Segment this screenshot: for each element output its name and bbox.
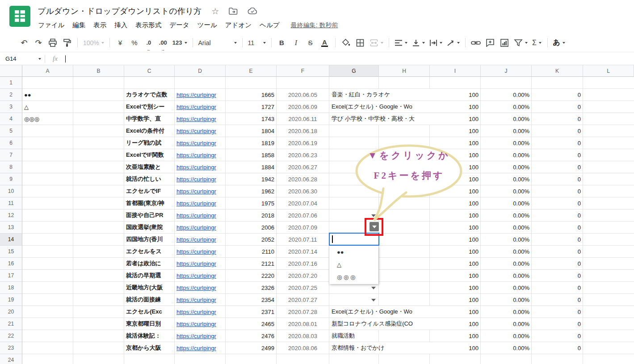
strikethrough-icon[interactable]: S — [306, 37, 315, 49]
menu-addons[interactable]: アドオン — [221, 20, 256, 31]
cell-col-e[interactable]: 2110 — [226, 246, 277, 258]
cell-col-a[interactable] — [22, 330, 73, 342]
cell-col-l[interactable] — [583, 222, 634, 234]
cell-dropdown-arrow-icon[interactable] — [371, 287, 376, 292]
cell-col-j[interactable]: 0.00% — [481, 125, 532, 137]
document-title[interactable]: プルダウン・ドロップダウンリストの作り方 — [38, 6, 202, 17]
cell-col-f[interactable]: 2020.08.01 — [277, 318, 329, 330]
text-color-icon[interactable]: A — [321, 39, 328, 47]
paint-format-icon[interactable] — [62, 37, 72, 49]
cell-col-k[interactable]: 0 — [532, 125, 583, 137]
cell-col-l[interactable] — [583, 209, 634, 222]
cell-col-f[interactable] — [277, 77, 329, 89]
cell-col-e[interactable]: 1819 — [226, 137, 277, 149]
menu-help[interactable]: ヘルプ — [256, 20, 284, 31]
menu-view[interactable]: 表示 — [89, 20, 110, 31]
row-header[interactable]: 4 — [0, 113, 22, 125]
row-header[interactable]: 9 — [0, 173, 22, 185]
cell-col-c[interactable]: エクセルでIF — [124, 185, 175, 197]
cell-col-c[interactable]: Excelで別シー — [124, 101, 175, 113]
cell-col-e[interactable]: 2220 — [226, 270, 277, 282]
cell-col-f[interactable]: 2020.07.06 — [277, 209, 329, 222]
cell-col-d-link[interactable]: https://curlpingr — [175, 89, 226, 101]
cell-col-a[interactable] — [22, 258, 73, 270]
row-header[interactable]: 1 — [0, 77, 22, 89]
dropdown-option-2[interactable]: △ — [329, 258, 378, 271]
cell-col-i[interactable]: 100 — [430, 306, 481, 318]
cell-col-b[interactable] — [73, 234, 124, 246]
cell-col-i[interactable] — [430, 77, 481, 89]
cell-col-c[interactable] — [124, 354, 175, 364]
cell-col-j[interactable] — [481, 354, 532, 364]
sheets-logo-icon[interactable] — [9, 6, 30, 27]
cell-col-l[interactable] — [583, 185, 634, 197]
fill-color-icon[interactable] — [341, 37, 351, 49]
row-header[interactable]: 21 — [0, 318, 22, 330]
cell-col-j[interactable]: 0.00% — [481, 209, 532, 222]
column-header-E[interactable]: E — [226, 65, 277, 77]
cell-col-b[interactable] — [73, 282, 124, 294]
cell-col-k[interactable]: 0 — [532, 270, 583, 282]
cell-col-j[interactable]: 0.00% — [481, 222, 532, 234]
row-header[interactable]: 6 — [0, 137, 22, 149]
cell-col-e[interactable]: 2326 — [226, 282, 277, 294]
cell-col-j[interactable]: 0.00% — [481, 113, 532, 125]
cell-dropdown-arrow-icon[interactable] — [371, 299, 376, 304]
cell-col-c[interactable]: 四国地方(香川 — [124, 234, 175, 246]
filter-icon[interactable] — [514, 37, 528, 49]
cell-col-k[interactable]: 0 — [532, 246, 583, 258]
menu-data[interactable]: データ — [165, 20, 193, 31]
row-header[interactable]: 11 — [0, 197, 22, 209]
cell-col-l[interactable] — [583, 161, 634, 173]
row-header[interactable]: 24 — [0, 354, 22, 364]
cell-col-d-link[interactable] — [175, 77, 226, 89]
cell-col-a[interactable] — [22, 306, 73, 318]
cell-col-a[interactable] — [22, 149, 73, 161]
dropdown-option-3[interactable]: ◎ ◎ ◎ — [329, 271, 378, 283]
cell-col-j[interactable]: 0.00% — [481, 234, 532, 246]
cloud-saved-icon[interactable] — [248, 8, 257, 15]
cell-col-e[interactable]: 2018 — [226, 209, 277, 222]
cell-col-k[interactable]: 0 — [532, 294, 583, 306]
cell-col-f[interactable]: 2020.07.04 — [277, 197, 329, 209]
cell-col-k[interactable]: 0 — [532, 306, 583, 318]
cell-col-f[interactable]: 2020.07.27 — [277, 294, 329, 306]
cell-col-a[interactable] — [22, 282, 73, 294]
column-header-B[interactable]: B — [73, 65, 124, 77]
row-header[interactable]: 18 — [0, 282, 22, 294]
cell-col-d-link[interactable]: https://curlpingr — [175, 137, 226, 149]
cell-col-j[interactable]: 0.00% — [481, 258, 532, 270]
font-family-select[interactable]: Arial — [198, 37, 237, 49]
cell-col-j[interactable]: 0.00% — [481, 318, 532, 330]
print-icon[interactable] — [48, 37, 58, 49]
cell-col-c[interactable]: 国政選挙(衆院 — [124, 222, 175, 234]
cell-col-c[interactable]: 面接や自己PR — [124, 209, 175, 222]
cell-col-e[interactable]: 2476 — [226, 330, 277, 342]
cell-col-b[interactable] — [73, 197, 124, 209]
cell-col-c[interactable]: エクセル(Exc — [124, 306, 175, 318]
redo-icon[interactable]: ↷ — [34, 37, 43, 49]
cell-col-f[interactable]: 2020.07.28 — [277, 306, 329, 318]
merge-cells-icon[interactable] — [369, 37, 383, 49]
input-method-icon[interactable]: あ — [553, 37, 565, 49]
cell-col-f[interactable] — [277, 354, 329, 364]
cell-col-b[interactable] — [73, 222, 124, 234]
cell-col-c[interactable]: 京都から大阪 — [124, 342, 175, 354]
cell-col-i[interactable] — [430, 354, 481, 364]
menu-file[interactable]: ファイル — [34, 20, 68, 31]
cell-col-d-link[interactable]: https://curlpingr — [175, 258, 226, 270]
row-header[interactable]: 5 — [0, 125, 22, 137]
horizontal-align-icon[interactable] — [395, 37, 407, 49]
cell-col-k[interactable]: 0 — [532, 342, 583, 354]
cell-col-j[interactable]: 0.00% — [481, 270, 532, 282]
column-header-J[interactable]: J — [481, 65, 532, 77]
cell-col-f[interactable]: 2020.08.06 — [277, 342, 329, 354]
cell-col-l[interactable] — [583, 342, 634, 354]
cell-col-e[interactable]: 1727 — [226, 101, 277, 113]
cell-col-l[interactable] — [583, 89, 634, 101]
cell-col-c[interactable]: 近畿地方(大阪 — [124, 282, 175, 294]
cell-col-c[interactable]: エクセルをス — [124, 246, 175, 258]
cell-col-a[interactable] — [22, 125, 73, 137]
cell-col-c[interactable]: 次亜塩素酸と — [124, 161, 175, 173]
cell-col-i[interactable]: 100 — [430, 318, 481, 330]
